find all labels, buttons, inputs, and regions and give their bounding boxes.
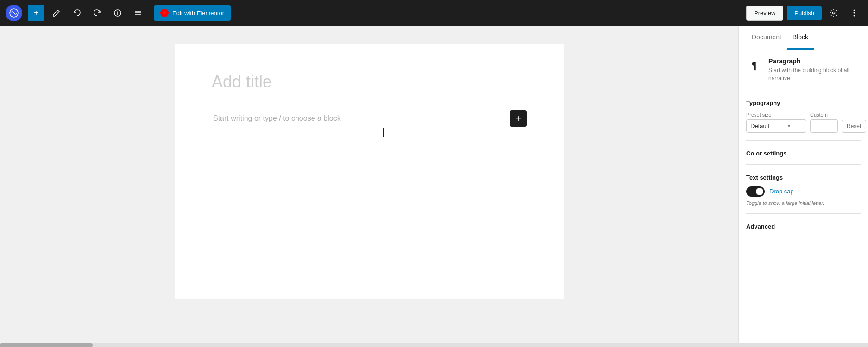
custom-label: Custom xyxy=(810,112,838,118)
plus-icon-inline: + xyxy=(516,113,521,124)
sidebar: Document Block ¶ Paragraph Start with th… xyxy=(738,26,868,343)
preset-size-row: Preset size Default ▾ Custom Reset xyxy=(746,112,861,133)
add-block-inline-button[interactable]: + xyxy=(510,110,527,127)
toggle-knob xyxy=(756,188,763,195)
block-info-title: Paragraph xyxy=(768,57,861,65)
color-settings-section: Color settings xyxy=(746,140,861,157)
block-placeholder-row[interactable]: Start writing or type / to choose a bloc… xyxy=(212,106,527,130)
svg-point-9 xyxy=(854,12,855,14)
settings-button[interactable] xyxy=(825,5,842,21)
tab-document[interactable]: Document xyxy=(746,26,787,50)
scrollbar-thumb xyxy=(0,343,93,347)
preset-size-col: Preset size Default ▾ xyxy=(746,112,806,133)
editor-area[interactable]: Start writing or type / to choose a bloc… xyxy=(0,26,738,343)
drop-cap-row: Drop cap xyxy=(746,186,861,197)
svg-point-3 xyxy=(117,11,118,12)
preset-size-select[interactable]: Default ▾ xyxy=(746,119,806,133)
preset-size-label: Preset size xyxy=(746,112,806,118)
advanced-header: Advanced xyxy=(746,223,861,230)
reset-button[interactable]: Reset xyxy=(842,120,866,133)
advanced-section: Advanced xyxy=(746,213,861,230)
main-layout: Start writing or type / to choose a bloc… xyxy=(0,26,868,343)
more-options-button[interactable] xyxy=(846,5,862,21)
text-cursor xyxy=(383,128,384,137)
svg-point-8 xyxy=(854,10,855,11)
block-info-desc: Start with the building block of all nar… xyxy=(768,67,861,82)
preset-select-value: Default xyxy=(750,123,769,130)
custom-size-input[interactable] xyxy=(810,119,838,133)
text-settings-header: Text settings xyxy=(746,174,861,181)
redo-button[interactable] xyxy=(89,5,106,21)
post-title-input[interactable] xyxy=(212,72,527,92)
custom-size-col: Custom xyxy=(810,112,838,133)
list-icon xyxy=(134,9,142,17)
color-settings-header: Color settings xyxy=(746,150,861,157)
more-dots-icon xyxy=(853,9,855,17)
list-view-button[interactable] xyxy=(130,5,146,21)
typography-section: Typography Preset size Default ▾ Custom … xyxy=(746,99,861,133)
block-info: ¶ Paragraph Start with the building bloc… xyxy=(746,57,861,90)
paragraph-icon: ¶ xyxy=(746,57,763,74)
wp-logo[interactable] xyxy=(6,5,22,21)
svg-point-7 xyxy=(833,12,835,14)
drop-cap-label: Drop cap xyxy=(769,188,794,195)
add-block-toolbar-button[interactable]: + xyxy=(28,5,44,21)
block-info-text: Paragraph Start with the building block … xyxy=(768,57,861,82)
sidebar-tabs: Document Block xyxy=(739,26,868,50)
chevron-down-icon: ▾ xyxy=(788,124,790,129)
elementor-icon: e xyxy=(160,9,169,17)
undo-icon xyxy=(73,9,81,17)
plus-icon: + xyxy=(34,8,39,18)
redo-icon xyxy=(93,9,101,17)
svg-point-10 xyxy=(854,15,855,17)
toolbar: + e Edit with El xyxy=(0,0,868,26)
text-settings-section: Text settings Drop cap Toggle to show a … xyxy=(746,164,861,206)
settings-icon xyxy=(830,9,838,17)
toolbar-right: Preview Publish xyxy=(746,5,862,21)
editor-inner: Start writing or type / to choose a bloc… xyxy=(175,44,564,299)
typography-header: Typography xyxy=(746,99,861,106)
horizontal-scrollbar[interactable] xyxy=(0,343,868,347)
sidebar-content: ¶ Paragraph Start with the building bloc… xyxy=(739,50,868,343)
info-icon xyxy=(113,9,122,17)
tab-block[interactable]: Block xyxy=(787,26,814,50)
edit-with-elementor-button[interactable]: e Edit with Elementor xyxy=(154,5,231,21)
elementor-btn-label: Edit with Elementor xyxy=(172,10,224,17)
edit-pencil-button[interactable] xyxy=(48,5,65,21)
info-button[interactable] xyxy=(109,5,126,21)
pencil-icon xyxy=(52,9,61,17)
undo-button[interactable] xyxy=(69,5,85,21)
block-placeholder-text: Start writing or type / to choose a bloc… xyxy=(213,114,341,123)
drop-cap-description: Toggle to show a large initial letter. xyxy=(746,200,861,206)
preview-button[interactable]: Preview xyxy=(746,6,783,21)
publish-button[interactable]: Publish xyxy=(787,6,822,20)
drop-cap-toggle[interactable] xyxy=(746,186,765,197)
